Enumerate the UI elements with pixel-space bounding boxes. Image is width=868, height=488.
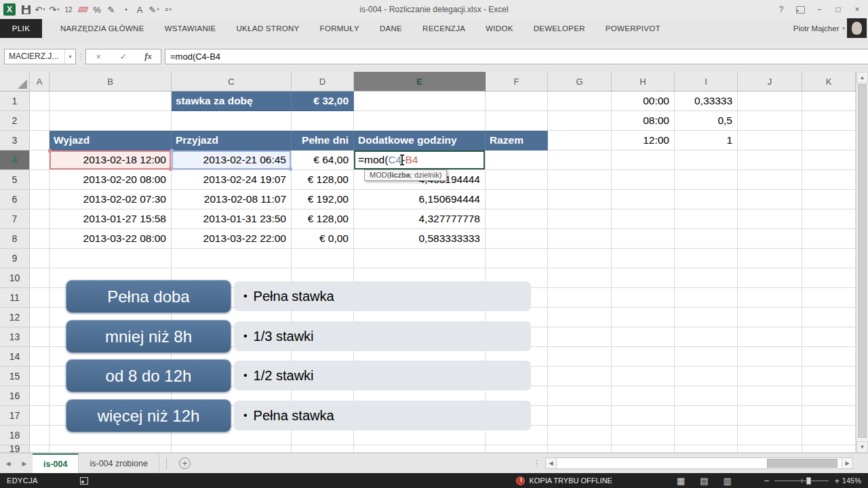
normal-view-icon[interactable]: ▦ (677, 476, 685, 486)
cell-i3-lookup-value[interactable]: 1 (675, 131, 738, 150)
cell[interactable] (30, 111, 50, 131)
cell[interactable] (802, 367, 856, 386)
row-header-10[interactable]: 10 (0, 268, 30, 288)
cell[interactable] (30, 92, 50, 111)
smartart-bar-1-3-stawki[interactable]: •1/3 stawki (234, 321, 531, 351)
cell[interactable] (802, 288, 856, 308)
cell[interactable] (612, 445, 675, 453)
cell-c7[interactable]: 2013-01-31 23:50 (172, 209, 292, 229)
cell-style-icon[interactable]: ✎▾ (147, 3, 161, 16)
formula-bar-grip[interactable]: ⋮ (76, 52, 85, 61)
name-box-dropdown-icon[interactable]: ▾ (64, 49, 75, 64)
cell[interactable] (612, 170, 675, 190)
undo-icon[interactable]: ↶▾ (33, 3, 47, 16)
customize-qat-icon[interactable]: ≡▾ (161, 3, 175, 16)
cell-c3-header-przyjazd[interactable]: Przyjazd (172, 131, 292, 150)
cell[interactable] (675, 406, 738, 426)
cell[interactable] (50, 445, 172, 453)
range-handle[interactable] (48, 149, 52, 152)
cell-b6[interactable]: 2013-02-02 07:30 (50, 190, 172, 209)
column-header-b[interactable]: B (50, 72, 172, 92)
column-header-f[interactable]: F (486, 72, 548, 92)
cell[interactable] (548, 386, 612, 406)
cell-c4-ref-highlight[interactable]: 2013-02-21 06:45 (172, 150, 292, 170)
cell[interactable] (30, 406, 50, 426)
row-header-19[interactable]: 19 (0, 445, 30, 453)
cell[interactable] (548, 347, 612, 367)
row-header-5[interactable]: 5 (0, 170, 30, 190)
cell[interactable] (675, 190, 738, 209)
zoom-in-icon[interactable]: + (834, 476, 840, 486)
page-break-view-icon[interactable]: ▥ (724, 476, 732, 486)
row-header-7[interactable]: 7 (0, 209, 30, 229)
cell-i2-lookup-value[interactable]: 0,5 (675, 111, 738, 131)
font-icon[interactable]: A (133, 3, 146, 16)
name-box[interactable]: MACIERZ.J... ▾ (4, 49, 76, 64)
offline-status[interactable]: KOPIA TRYBU OFFLINE (516, 476, 612, 485)
cell[interactable] (802, 268, 856, 288)
cell-d8[interactable]: € 0,00 (292, 229, 354, 249)
enter-formula-button[interactable]: ✓ (111, 49, 136, 64)
cell[interactable] (675, 308, 738, 327)
cell[interactable] (30, 150, 50, 170)
sheet-tab-is-004[interactable]: is-004 (33, 453, 79, 473)
cell[interactable] (30, 445, 50, 453)
cell[interactable] (738, 327, 802, 347)
cell[interactable] (486, 92, 548, 111)
zoom-slider-track[interactable] (774, 481, 829, 481)
tab-developer[interactable]: DEWELOPER (524, 19, 595, 38)
cell[interactable] (30, 268, 50, 288)
cell[interactable] (548, 426, 612, 445)
row-header-17[interactable]: 17 (0, 406, 30, 426)
cell[interactable] (548, 406, 612, 426)
smartart-bar-1-2-stawki[interactable]: •1/2 stawki (234, 361, 531, 390)
cell[interactable] (50, 92, 172, 111)
fill-icon[interactable]: ◔ (119, 3, 132, 16)
cell-c5[interactable]: 2013-02-24 19:07 (172, 170, 292, 190)
cell[interactable] (172, 249, 292, 268)
row-header-11[interactable]: 11 (0, 288, 30, 308)
cell[interactable] (30, 170, 50, 190)
cell-h3-lookup-time[interactable]: 12:00 (612, 131, 675, 150)
smartart-button-od-8-do-12h[interactable]: od 8 do 12h (66, 359, 231, 392)
cell[interactable] (354, 445, 486, 453)
row-header-4-selected[interactable]: 4 (0, 150, 30, 170)
cell[interactable] (548, 131, 612, 150)
column-header-c[interactable]: C (172, 72, 292, 92)
sheet-nav-next-icon[interactable]: ▶ (16, 453, 33, 473)
tab-review[interactable]: RECENZJA (412, 19, 475, 38)
cell[interactable] (486, 249, 548, 268)
row-header-15[interactable]: 15 (0, 367, 30, 386)
cell[interactable] (675, 288, 738, 308)
cell[interactable] (612, 288, 675, 308)
cell[interactable] (486, 190, 548, 209)
row-header-6[interactable]: 6 (0, 190, 30, 209)
cell[interactable] (802, 347, 856, 367)
row-header-13[interactable]: 13 (0, 327, 30, 347)
cell-b7[interactable]: 2013-01-27 15:58 (50, 209, 172, 229)
save-icon[interactable] (19, 3, 33, 16)
cell[interactable] (738, 190, 802, 209)
cell[interactable] (30, 386, 50, 406)
cell[interactable] (548, 190, 612, 209)
tab-data[interactable]: DANE (370, 19, 412, 38)
vertical-scrollbar[interactable]: ▲ ▼ (856, 72, 868, 453)
tab-formulas[interactable]: FORMUŁY (310, 19, 370, 38)
cell-b3-header-wyjazd[interactable]: Wyjazd (50, 131, 172, 150)
row-header-18[interactable]: 18 (0, 426, 30, 445)
scroll-down-icon[interactable]: ▼ (856, 441, 868, 453)
cell[interactable] (612, 426, 675, 445)
cell[interactable] (50, 111, 172, 131)
cell[interactable] (802, 445, 856, 453)
cell[interactable] (30, 190, 50, 209)
macro-record-icon[interactable] (80, 477, 88, 485)
smartart-bar-pelna-stawka[interactable]: •Pełna stawka (234, 281, 531, 311)
cell[interactable] (675, 229, 738, 249)
cell[interactable] (548, 445, 612, 453)
scroll-right-icon[interactable]: ▶ (842, 458, 853, 469)
minimize-button[interactable]: − (810, 2, 829, 17)
cell[interactable] (548, 92, 612, 111)
cell[interactable] (548, 268, 612, 288)
number-format-icon[interactable]: 12 (62, 3, 75, 16)
tab-view[interactable]: WIDOK (475, 19, 523, 38)
